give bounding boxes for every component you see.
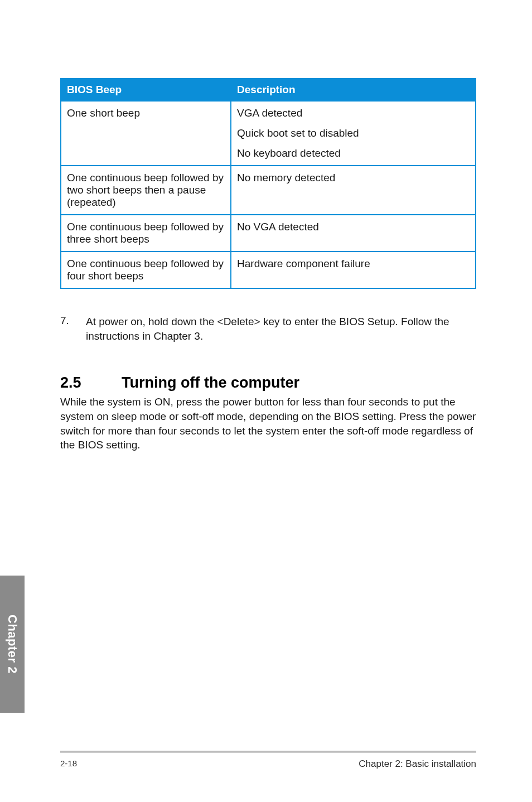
- cell-beep: One continuous beep followed by three sh…: [61, 215, 231, 252]
- desc-line: VGA detected: [237, 107, 470, 119]
- section-title: Turning off the computer: [122, 374, 299, 392]
- cell-beep: One continuous beep followed by two shor…: [61, 166, 231, 215]
- step-number: 7.: [60, 315, 86, 343]
- numbered-step: 7. At power on, hold down the <Delete> k…: [60, 315, 476, 343]
- table-row: One continuous beep followed by three sh…: [61, 215, 476, 252]
- bios-beep-table: BIOS Beep Description One short beep VGA…: [60, 78, 476, 289]
- cell-desc: No memory detected: [231, 166, 476, 215]
- section-heading: 2.5 Turning off the computer: [60, 374, 476, 392]
- cell-desc: Hardware component failure: [231, 252, 476, 288]
- cell-beep: One continuous beep followed by four sho…: [61, 252, 231, 288]
- section-body: While the system is ON, press the power …: [60, 395, 476, 452]
- desc-line: No keyboard detected: [237, 147, 470, 160]
- footer-chapter-label: Chapter 2: Basic installation: [359, 758, 476, 770]
- page-number: 2-18: [60, 758, 77, 770]
- table-row: One short beep VGA detected Quick boot s…: [61, 101, 476, 166]
- cell-desc: No VGA detected: [231, 215, 476, 252]
- table-header-beep: BIOS Beep: [61, 79, 231, 101]
- cell-desc: VGA detected Quick boot set to disabled …: [231, 101, 476, 166]
- table-row: One continuous beep followed by four sho…: [61, 252, 476, 288]
- step-text: At power on, hold down the <Delete> key …: [86, 315, 476, 343]
- table-header-desc: Description: [231, 79, 476, 101]
- table-row: One continuous beep followed by two shor…: [61, 166, 476, 215]
- chapter-side-tab: Chapter 2: [0, 576, 25, 713]
- page-footer: 2-18 Chapter 2: Basic installation: [60, 751, 476, 770]
- chapter-side-tab-label: Chapter 2: [5, 615, 20, 674]
- footer-rule: [60, 751, 476, 753]
- cell-beep: One short beep: [61, 101, 231, 166]
- section-number: 2.5: [60, 374, 122, 392]
- desc-line: Quick boot set to disabled: [237, 127, 470, 139]
